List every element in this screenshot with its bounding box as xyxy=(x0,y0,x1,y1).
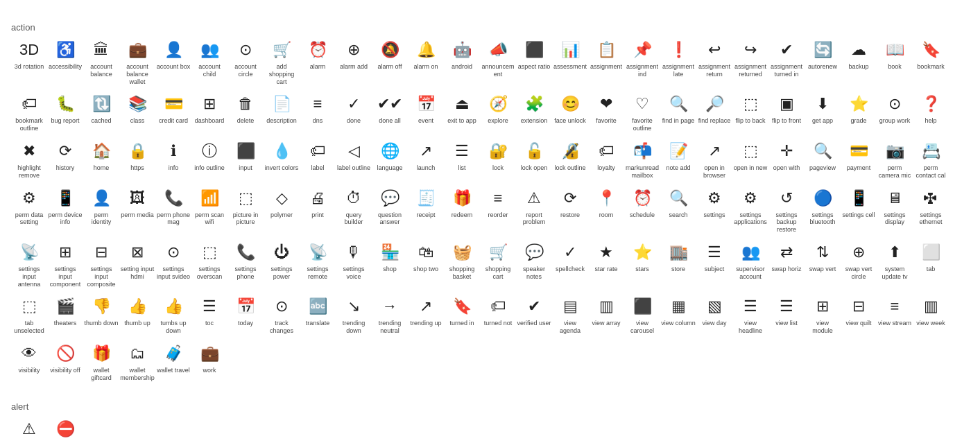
icon-item-accessibility[interactable]: ♿accessibility xyxy=(47,40,83,85)
icon-item-get-app[interactable]: ⬇get app xyxy=(805,94,841,132)
icon-item-settings-overscan[interactable]: ⬚settings overscan xyxy=(191,242,227,288)
icon-item-swap-vert-circle[interactable]: ⊕swap vert circle xyxy=(841,242,877,288)
icon-item-list[interactable]: ☰list xyxy=(444,141,480,180)
icon-item-work[interactable]: 💼work xyxy=(191,343,227,382)
icon-item-settings-input-svideo[interactable]: ⊙settings input svideo xyxy=(155,242,191,288)
icon-item-settings-input-composite[interactable]: ⊟settings input composite xyxy=(83,242,119,288)
icon-item-history[interactable]: ⟳history xyxy=(47,141,83,180)
icon-item-visibility[interactable]: 👁visibility xyxy=(11,343,47,382)
icon-item-swap-vert[interactable]: ⇅swap vert xyxy=(805,242,841,288)
icon-item-dashboard[interactable]: ⊞dashboard xyxy=(191,94,227,132)
icon-item-android[interactable]: 🤖android xyxy=(444,40,480,85)
icon-item-error[interactable]: ⛔error xyxy=(47,419,83,443)
icon-item-bookmark-outline[interactable]: 🏷bookmark outline xyxy=(11,94,47,132)
icon-item-grade[interactable]: ⭐grade xyxy=(841,94,877,132)
icon-item-system-update-tv[interactable]: ⬆system update tv xyxy=(877,242,913,288)
icon-item-lock-outline[interactable]: 🔏lock outline xyxy=(552,141,588,180)
icon-item-view-array[interactable]: ▥view array xyxy=(588,296,624,335)
icon-item-warning[interactable]: ⚠warning xyxy=(11,419,47,443)
icon-item-group-work[interactable]: ⊙group work xyxy=(877,94,913,132)
icon-item-cached[interactable]: 🔃cached xyxy=(83,94,119,132)
icon-item-aspect-ratio[interactable]: ⬛aspect ratio xyxy=(516,40,552,85)
icon-item-spellcheck[interactable]: ✓spellcheck xyxy=(552,242,588,288)
icon-item-restore[interactable]: ⟳restore xyxy=(552,188,588,234)
icon-item-label-outline[interactable]: ◁label outline xyxy=(336,141,372,180)
icon-item-wallet-travel[interactable]: 🧳wallet travel xyxy=(155,343,191,382)
icon-item-event[interactable]: 📅event xyxy=(408,94,444,132)
icon-item-perm-media[interactable]: 🖼perm media xyxy=(119,188,155,234)
icon-item-thumb-down[interactable]: 👎thumb down xyxy=(83,296,119,335)
icon-item-done[interactable]: ✓done xyxy=(336,94,372,132)
icon-item-receipt[interactable]: 🧾receipt xyxy=(408,188,444,234)
icon-item-shopping-cart[interactable]: 🛒shopping cart xyxy=(480,242,516,288)
icon-item-flip-to-front[interactable]: ▣flip to front xyxy=(768,94,805,132)
icon-item-alarm-off[interactable]: 🔕alarm off xyxy=(372,40,408,85)
icon-item-perm-data-setting[interactable]: ⚙perm data setting xyxy=(11,188,47,234)
icon-item-account-box[interactable]: 👤account box xyxy=(155,40,191,85)
icon-item-settings-applications[interactable]: ⚙settings applications xyxy=(732,188,768,234)
icon-item-settings-ethernet[interactable]: ⧾settings ethernet xyxy=(913,188,949,234)
icon-item-view-agenda[interactable]: ▤view agenda xyxy=(552,296,588,335)
icon-item-view-column[interactable]: ▦view column xyxy=(660,296,696,335)
icon-item-trending-down[interactable]: ↘trending down xyxy=(336,296,372,335)
icon-item-shop[interactable]: 🏪shop xyxy=(372,242,408,288)
icon-item-find-in-page[interactable]: 🔍find in page xyxy=(660,94,696,132)
icon-item-info[interactable]: ℹinfo xyxy=(155,141,191,180)
icon-item-account-circle[interactable]: ⊙account circle xyxy=(227,40,264,85)
icon-item-today[interactable]: 📅today xyxy=(227,296,264,335)
icon-item-view-carousel[interactable]: ⬛view carousel xyxy=(624,296,660,335)
icon-item-alarm-on[interactable]: 🔔alarm on xyxy=(408,40,444,85)
icon-item-account-child[interactable]: 👥account child xyxy=(191,40,227,85)
icon-item-3d-rotation[interactable]: 3D3d rotation xyxy=(11,40,47,85)
icon-item-theaters[interactable]: 🎬theaters xyxy=(47,296,83,335)
icon-item-assignment-ind[interactable]: 📌assignment ind xyxy=(624,40,660,85)
icon-item-delete[interactable]: 🗑delete xyxy=(227,94,264,132)
icon-item-store[interactable]: 🏬store xyxy=(660,242,696,288)
icon-item-loyalty[interactable]: 🏷loyalty xyxy=(588,141,624,180)
icon-item-lock-open[interactable]: 🔓lock open xyxy=(516,141,552,180)
icon-item-polymer[interactable]: ◇polymer xyxy=(264,188,300,234)
icon-item-verified-user[interactable]: ✔verified user xyxy=(516,296,552,335)
icon-item-done-all[interactable]: ✔✔done all xyxy=(372,94,408,132)
icon-item-extension[interactable]: 🧩extension xyxy=(516,94,552,132)
icon-item-swap-horiz[interactable]: ⇄swap horiz xyxy=(768,242,805,288)
icon-item-wallet-membership[interactable]: 🗂wallet membership xyxy=(119,343,155,382)
icon-item-thumbs-up-down[interactable]: 👍tumbs up down xyxy=(155,296,191,335)
icon-item-settings-voice[interactable]: 🎙settings voice xyxy=(336,242,372,288)
icon-item-view-quilt[interactable]: ⊟view quilt xyxy=(841,296,877,335)
icon-item-settings-backup-restore[interactable]: ↺settings backup restore xyxy=(768,188,805,234)
icon-item-view-stream[interactable]: ≡view stream xyxy=(877,296,913,335)
icon-item-perm-contact-cal[interactable]: 📇perm contact cal xyxy=(913,141,949,180)
icon-item-highlight-remove[interactable]: ✖highlight remove xyxy=(11,141,47,180)
icon-item-trending-up[interactable]: ↗trending up xyxy=(408,296,444,335)
icon-item-class[interactable]: 📚class xyxy=(119,94,155,132)
icon-item-perm-camera-mic[interactable]: 📷perm camera mic xyxy=(877,141,913,180)
icon-item-turned-in-not[interactable]: 🏷turned not xyxy=(480,296,516,335)
icon-item-settings-cell[interactable]: 📱settings cell xyxy=(841,188,877,234)
icon-item-search[interactable]: 🔍search xyxy=(660,188,696,234)
icon-item-book[interactable]: 📖book xyxy=(877,40,913,85)
icon-item-translate[interactable]: 🔤translate xyxy=(300,296,336,335)
icon-item-question-answer[interactable]: 💬question answer xyxy=(372,188,408,234)
icon-item-alarm[interactable]: ⏰alarm xyxy=(300,40,336,85)
icon-item-settings-input-component[interactable]: ⊞settings input component xyxy=(47,242,83,288)
icon-item-print[interactable]: 🖨print xyxy=(300,188,336,234)
icon-item-visibility-off[interactable]: 🚫visibility off xyxy=(47,343,83,382)
icon-item-input[interactable]: ⬛input xyxy=(227,141,264,180)
icon-item-account-balance[interactable]: 🏛account balance xyxy=(83,40,119,85)
icon-item-view-list[interactable]: ☰view list xyxy=(768,296,805,335)
icon-item-perm-device-info[interactable]: 📱perm device info xyxy=(47,188,83,234)
icon-item-home[interactable]: 🏠home xyxy=(83,141,119,180)
icon-item-face-unlock[interactable]: 😊face unlock xyxy=(552,94,588,132)
icon-item-view-week[interactable]: ▥view week xyxy=(913,296,949,335)
icon-item-settings-remote[interactable]: 📡settings remote xyxy=(300,242,336,288)
icon-item-room[interactable]: 📍room xyxy=(588,188,624,234)
icon-item-assignment-returned[interactable]: ↪assignment returned xyxy=(732,40,768,85)
icon-item-pageview[interactable]: 🔍pageview xyxy=(805,141,841,180)
icon-item-alarm-add[interactable]: ⊕alarm add xyxy=(336,40,372,85)
icon-item-shop-two[interactable]: 🛍shop two xyxy=(408,242,444,288)
icon-item-find-replace[interactable]: 🔎find replace xyxy=(696,94,732,132)
icon-item-assignment[interactable]: 📋assignment xyxy=(588,40,624,85)
icon-item-assignment-late[interactable]: ❗assignment late xyxy=(660,40,696,85)
icon-item-settings-bluetooth[interactable]: 🔵settings bluetooth xyxy=(805,188,841,234)
